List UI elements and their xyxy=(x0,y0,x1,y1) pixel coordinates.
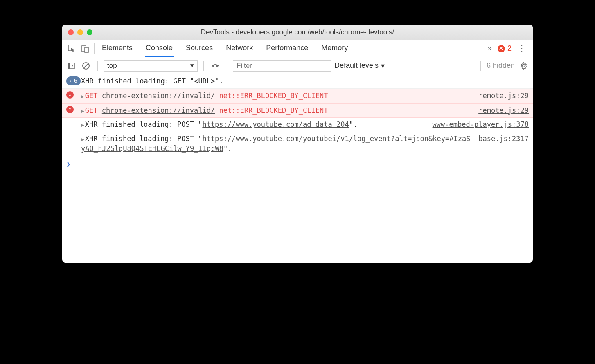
expand-icon[interactable]: ▶ xyxy=(81,93,84,99)
divider xyxy=(227,61,227,71)
console-message-group[interactable]: 6 XHR finished loading: GET "<URL>". xyxy=(62,74,533,89)
svg-line-6 xyxy=(84,64,88,68)
devtools-window: DevTools - developers.google.com/web/too… xyxy=(62,25,533,263)
log-prefix: XHR finished loading: POST " xyxy=(85,120,203,128)
divider xyxy=(203,61,204,71)
levels-select[interactable]: Default levels ▾ xyxy=(334,61,385,70)
source-link[interactable]: remote.js:29 xyxy=(478,106,529,116)
chevron-down-icon: ▾ xyxy=(190,61,194,70)
console-body: 6 XHR finished loading: GET "<URL>". ✕ ▶… xyxy=(62,74,533,263)
console-message-error[interactable]: ✕ ▶GET chrome-extension://invalid/ net::… xyxy=(62,103,533,118)
svg-rect-4 xyxy=(68,63,70,69)
source-link[interactable]: remote.js:29 xyxy=(478,91,529,101)
log-prefix: XHR finished loading: POST " xyxy=(85,135,203,143)
device-mode-icon[interactable] xyxy=(79,45,92,53)
titlebar: DevTools - developers.google.com/web/too… xyxy=(62,25,533,40)
expand-icon[interactable]: ▶ xyxy=(81,108,84,114)
tab-console[interactable]: Console xyxy=(145,40,174,57)
log-suffix: ". xyxy=(349,120,357,128)
http-method: GET xyxy=(85,106,98,115)
tabs: Elements Console Sources Network Perform… xyxy=(101,40,488,57)
svg-point-7 xyxy=(214,65,216,67)
svg-point-8 xyxy=(523,65,525,67)
repeat-count-pill: 6 xyxy=(66,76,81,85)
log-suffix: ". xyxy=(223,144,232,153)
tab-elements[interactable]: Elements xyxy=(101,40,133,57)
live-expression-icon[interactable] xyxy=(210,61,221,70)
error-count: 2 xyxy=(507,44,512,53)
inspect-icon[interactable] xyxy=(65,45,79,53)
error-badge[interactable]: ✕ 2 xyxy=(498,44,512,53)
request-url[interactable]: https://www.youtube.com/ad_data_204 xyxy=(202,120,349,128)
more-tabs-icon[interactable]: » xyxy=(488,44,492,53)
console-prompt[interactable]: ❯ xyxy=(62,156,533,173)
close-button[interactable] xyxy=(68,29,74,35)
svg-rect-2 xyxy=(85,47,88,52)
tab-performance[interactable]: Performance xyxy=(265,40,309,57)
console-message-log[interactable]: base.js:2317 ▶XHR finished loading: POST… xyxy=(62,132,533,156)
sidebar-toggle-icon[interactable] xyxy=(65,62,77,70)
divider xyxy=(94,43,95,54)
expand-icon[interactable]: ▶ xyxy=(81,136,84,142)
request-url[interactable]: chrome-extension://invalid/ xyxy=(102,92,215,100)
traffic-lights xyxy=(68,29,92,35)
hidden-count[interactable]: 6 hidden xyxy=(487,61,515,70)
tabs-row: Elements Console Sources Network Perform… xyxy=(62,40,533,57)
settings-icon[interactable] xyxy=(518,62,530,70)
window-title: DevTools - developers.google.com/web/too… xyxy=(67,28,528,36)
console-message-error[interactable]: ✕ ▶GET chrome-extension://invalid/ net::… xyxy=(62,89,533,103)
tab-memory[interactable]: Memory xyxy=(320,40,349,57)
tab-network[interactable]: Network xyxy=(225,40,254,57)
minimize-button[interactable] xyxy=(77,29,83,35)
error-icon: ✕ xyxy=(66,91,74,99)
source-link[interactable]: www-embed-player.js:378 xyxy=(433,120,529,130)
context-select[interactable]: top ▾ xyxy=(104,60,198,72)
error-code: net::ERR_BLOCKED_BY_CLIENT xyxy=(219,92,328,100)
kebab-menu-icon[interactable]: ⋮ xyxy=(517,43,527,54)
error-icon: ✕ xyxy=(66,106,74,113)
source-link[interactable]: base.js:2317 xyxy=(478,134,529,144)
error-code: net::ERR_BLOCKED_BY_CLIENT xyxy=(219,106,328,115)
divider xyxy=(480,61,481,71)
console-message-log[interactable]: www-embed-player.js:378 ▶XHR finished lo… xyxy=(62,118,533,132)
zoom-button[interactable] xyxy=(87,29,92,35)
error-circle-icon: ✕ xyxy=(498,45,505,52)
message-text: XHR finished loading: GET "<URL>". xyxy=(81,76,529,86)
levels-label: Default levels xyxy=(334,61,379,70)
tab-sources[interactable]: Sources xyxy=(185,40,214,57)
clear-console-icon[interactable] xyxy=(80,62,92,70)
chevron-down-icon: ▾ xyxy=(381,61,385,70)
expand-icon[interactable]: ▶ xyxy=(81,122,84,128)
http-method: GET xyxy=(85,92,98,100)
console-toolbar: top ▾ Default levels ▾ 6 hidden xyxy=(62,57,533,74)
tabs-right: » ✕ 2 ⋮ xyxy=(488,43,530,54)
console-empty-area[interactable] xyxy=(62,173,533,263)
divider xyxy=(97,61,98,71)
request-url[interactable]: chrome-extension://invalid/ xyxy=(102,106,215,115)
prompt-chevron-icon: ❯ xyxy=(66,160,70,169)
filter-input[interactable] xyxy=(233,60,331,72)
context-value: top xyxy=(107,62,117,70)
text-caret xyxy=(74,160,74,169)
